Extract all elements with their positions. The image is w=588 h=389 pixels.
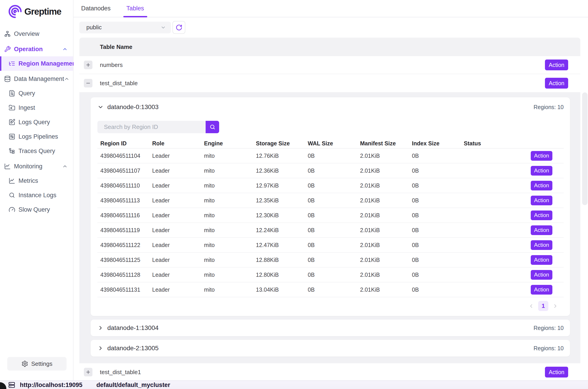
sidebar-item-operation[interactable]: Operation <box>0 42 73 56</box>
storage-size-cell: 12.35KiB <box>256 197 308 204</box>
sidebar-item-label: Slow Query <box>19 206 50 213</box>
gear-icon <box>21 360 28 367</box>
database-icon <box>4 75 11 82</box>
sidebar-item-overview[interactable]: Overview <box>0 27 73 41</box>
expand-button[interactable] <box>84 368 93 376</box>
chevron-up-icon[interactable] <box>64 76 69 82</box>
manifest-size-cell: 2.01KiB <box>360 153 412 159</box>
role-cell: Leader <box>152 257 204 263</box>
sidebar-item-slow-query[interactable]: Slow Query <box>0 202 73 217</box>
chart-icon <box>8 177 16 184</box>
sidebar-item-query[interactable]: Query <box>0 86 73 100</box>
expand-button[interactable] <box>84 61 93 69</box>
sidebar-item-instance-logs[interactable]: Instance Logs <box>0 188 73 202</box>
tab-tables[interactable]: Tables <box>124 0 146 17</box>
sidebar-item-logs-pipelines[interactable]: Logs Pipelines <box>0 129 73 144</box>
sidebar-item-logs-query[interactable]: Logs Query <box>0 115 73 129</box>
manifest-size-cell: 2.01KiB <box>360 197 412 204</box>
chevron-down-icon[interactable] <box>98 104 104 110</box>
sidebar-item-ingest[interactable]: Ingest <box>0 100 73 115</box>
region-search-input[interactable] <box>98 121 206 133</box>
sidebar-item-region-management[interactable]: Region Management <box>0 56 73 71</box>
role-cell: Leader <box>152 242 204 248</box>
action-button[interactable]: Action <box>531 196 552 205</box>
sidebar-item-label: Instance Logs <box>19 192 56 199</box>
chevron-right-icon <box>98 345 104 351</box>
action-button[interactable]: Action <box>531 255 552 265</box>
region-id-cell: 4398046511110 <box>98 182 152 189</box>
datanode-title: datanode-1:13004 <box>107 324 159 331</box>
index-size-cell: 0B <box>412 167 464 174</box>
region-row: 4398046511128 Leader mito 12.80KiB 0B 2.… <box>98 267 564 282</box>
action-button[interactable]: Action <box>531 211 552 220</box>
brand-logo: Greptime <box>0 0 73 24</box>
datanode-panel-collapsed[interactable]: datanode-1:13004 Regions: 10 <box>91 320 570 336</box>
region-id-cell: 4398046511119 <box>98 227 152 233</box>
action-button[interactable]: Action <box>531 285 552 294</box>
role-cell: Leader <box>152 197 204 204</box>
region-row: 4398046511113 Leader mito 12.35KiB 0B 2.… <box>98 193 564 208</box>
file-search-icon <box>8 90 16 97</box>
wal-size-cell: 0B <box>308 257 360 263</box>
engine-cell: mito <box>204 257 256 263</box>
sliders-icon <box>8 133 16 140</box>
region-id-cell: 4398046511116 <box>98 212 152 219</box>
region-id-cell: 4398046511122 <box>98 242 152 248</box>
prev-page-icon[interactable] <box>528 303 534 309</box>
sidebar-item-monitoring[interactable]: Monitoring <box>0 159 73 174</box>
settings-label: Settings <box>31 360 53 367</box>
chevron-up-icon[interactable] <box>62 164 68 169</box>
datanode-0-header: datanode-0:13003 Regions: 10 <box>98 103 564 111</box>
action-button[interactable]: Action <box>545 78 568 89</box>
index-size-cell: 0B <box>412 242 464 248</box>
action-button[interactable]: Action <box>531 240 552 250</box>
action-button[interactable]: Action <box>531 151 552 161</box>
action-button[interactable]: Action <box>531 166 552 176</box>
action-button[interactable]: Action <box>531 270 552 280</box>
refresh-button[interactable] <box>172 21 185 34</box>
chevron-up-icon[interactable] <box>62 46 68 52</box>
sidebar-item-label: Overview <box>14 31 39 37</box>
sidebar-item-traces-query[interactable]: Traces Query <box>0 144 73 158</box>
sidebar-item-label: Logs Pipelines <box>19 133 58 140</box>
tables-header: Table Name <box>79 38 580 56</box>
role-cell: Leader <box>152 227 204 233</box>
scrollbar-thumb[interactable] <box>582 92 588 205</box>
manifest-size-cell: 2.01KiB <box>360 257 412 263</box>
wal-size-cell: 0B <box>308 153 360 159</box>
collapse-button[interactable] <box>84 79 93 87</box>
tab-bar: Datanodes Tables <box>73 0 588 17</box>
plus-icon <box>85 369 91 375</box>
index-size-cell: 0B <box>412 182 464 189</box>
action-button[interactable]: Action <box>545 367 568 378</box>
role-cell: Leader <box>152 287 204 293</box>
action-button[interactable]: Action <box>531 225 552 235</box>
region-id-cell: 4398046511125 <box>98 257 152 263</box>
sidebar-spacer <box>0 217 73 357</box>
sidebar-item-data-management[interactable]: Data Management <box>0 72 73 86</box>
sidebar-item-label: Logs Query <box>19 119 50 126</box>
tab-datanodes[interactable]: Datanodes <box>79 0 113 17</box>
engine-cell: mito <box>204 153 256 159</box>
sidebar-item-metrics[interactable]: Metrics <box>0 174 73 188</box>
action-button[interactable]: Action <box>545 60 568 70</box>
manifest-size-cell: 2.01KiB <box>360 212 412 219</box>
settings-button[interactable]: Settings <box>7 357 66 371</box>
datanode-panel-collapsed[interactable]: datanode-2:13005 Regions: 10 <box>91 340 570 357</box>
database-select-value: public <box>86 24 161 31</box>
sidebar-nav: OverviewOperationRegion ManagementData M… <box>0 24 73 217</box>
tree-icon <box>8 147 16 155</box>
role-cell: Leader <box>152 153 204 159</box>
pagination: 1 <box>98 297 564 312</box>
next-page-icon[interactable] <box>552 303 558 309</box>
tables-card: Table Name numbers Action test_dist_tabl… <box>79 38 580 381</box>
index-size-cell: 0B <box>412 227 464 233</box>
main-content: Datanodes Tables public Table Name <box>73 0 588 380</box>
search-button[interactable] <box>206 121 219 133</box>
action-button[interactable]: Action <box>531 181 552 191</box>
database-select[interactable]: public <box>79 22 171 33</box>
region-id-cell: 4398046511104 <box>98 153 152 159</box>
refresh-icon <box>176 24 182 31</box>
wal-size-cell: 0B <box>308 287 360 293</box>
page-number[interactable]: 1 <box>538 301 548 311</box>
